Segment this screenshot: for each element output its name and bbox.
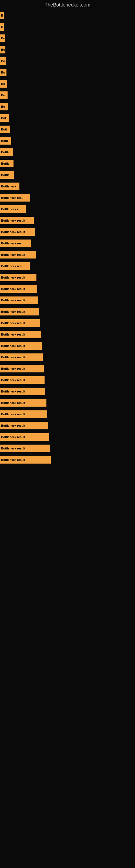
bar-label: Bottleneck result bbox=[0, 274, 37, 281]
bar-label: Bo bbox=[0, 57, 6, 65]
bar-label: Bottle bbox=[0, 148, 13, 156]
bar-label: Bottleneck result bbox=[0, 353, 43, 361]
bar-label: Bottleneck result bbox=[0, 456, 51, 464]
bar-label: Bo bbox=[0, 80, 7, 88]
bar-row: Bottleneck result bbox=[0, 444, 135, 453]
page-container: TheBottlenecker.com BBBoBoBoBoBoBoBoBotB… bbox=[0, 0, 135, 467]
bar-label: Bottleneck result bbox=[0, 319, 40, 327]
bar-row: Bot bbox=[0, 114, 135, 122]
bar-row: Bottleneck result bbox=[0, 273, 135, 282]
bar-label: Bottle bbox=[0, 160, 13, 167]
bar-label: Bottleneck result bbox=[0, 308, 39, 315]
bars-container: BBBoBoBoBoBoBoBoBotBottBottlBottleBottle… bbox=[0, 11, 135, 467]
bar-row: B bbox=[0, 23, 135, 31]
bar-row: Bottleneck result bbox=[0, 284, 135, 293]
bar-label: Bottleneck result bbox=[0, 376, 45, 384]
bar-row: Bottleneck result bbox=[0, 307, 135, 316]
bar-row: Bo bbox=[0, 34, 135, 42]
bar-label: Bottleneck result bbox=[0, 444, 50, 452]
bar-row: Bo bbox=[0, 45, 135, 54]
bar-row: Bottleneck result bbox=[0, 376, 135, 384]
bar-label: Bottleneck bbox=[0, 183, 19, 190]
bar-label: B bbox=[0, 12, 4, 19]
bar-label: Bottleneck result bbox=[0, 217, 34, 224]
bar-row: Bottleneck result bbox=[0, 330, 135, 339]
bar-label: B bbox=[0, 23, 4, 31]
bar-label: Bo bbox=[0, 69, 6, 76]
bar-label: Bottleneck result bbox=[0, 399, 46, 407]
bar-row: Bottleneck result bbox=[0, 319, 135, 328]
bar-label: Bottleneck resu bbox=[0, 194, 30, 202]
bar-row: Bottleneck resu bbox=[0, 239, 135, 248]
bar-label: Bottleneck res bbox=[0, 262, 30, 270]
bar-label: Bottleneck result bbox=[0, 285, 37, 293]
bar-label: Bottleneck result bbox=[0, 422, 48, 429]
bar-label: Bottle bbox=[0, 171, 14, 179]
bar-row: Bott bbox=[0, 125, 135, 134]
bar-row: Bottleneck result bbox=[0, 387, 135, 396]
bar-label: Bott bbox=[0, 126, 10, 133]
bar-label: Bottleneck result bbox=[0, 251, 36, 258]
bar-row: Bottleneck result bbox=[0, 364, 135, 373]
bar-label: Bottleneck result bbox=[0, 410, 47, 418]
bar-row: Bo bbox=[0, 80, 135, 88]
bar-row: Bottleneck result bbox=[0, 216, 135, 225]
bar-row: Bottle bbox=[0, 159, 135, 168]
bar-row: Bottleneck r bbox=[0, 205, 135, 214]
bar-row: Bottleneck result bbox=[0, 456, 135, 464]
bar-label: Bottleneck resu bbox=[0, 240, 31, 247]
bar-label: Bottleneck result bbox=[0, 331, 41, 338]
bar-row: Bottleneck result bbox=[0, 353, 135, 362]
bar-row: Bottleneck result bbox=[0, 341, 135, 350]
bar-row: Bottleneck result bbox=[0, 421, 135, 430]
bar-row: B bbox=[0, 11, 135, 20]
bar-row: Bottle bbox=[0, 148, 135, 156]
site-title: TheBottlenecker.com bbox=[0, 0, 135, 11]
bar-row: Bo bbox=[0, 102, 135, 111]
bar-label: Bottleneck result bbox=[0, 342, 42, 350]
bar-row: Bottleneck result bbox=[0, 227, 135, 236]
bar-label: Bo bbox=[0, 103, 8, 111]
bar-label: Bo bbox=[0, 46, 5, 54]
bar-label: Bo bbox=[0, 91, 8, 99]
bar-label: Bottleneck result bbox=[0, 297, 38, 304]
bar-row: Bottl bbox=[0, 136, 135, 145]
bar-label: Bottleneck result bbox=[0, 365, 44, 372]
bar-row: Bo bbox=[0, 91, 135, 99]
bar-label: Bottleneck result bbox=[0, 388, 45, 395]
bar-row: Bottleneck resu bbox=[0, 193, 135, 202]
bar-label: Bottleneck result bbox=[0, 433, 49, 441]
bar-row: Bottleneck bbox=[0, 182, 135, 191]
bar-row: Bottle bbox=[0, 170, 135, 179]
bar-label: Bottleneck r bbox=[0, 205, 26, 213]
bar-row: Bottleneck result bbox=[0, 399, 135, 407]
bar-label: Bottleneck result bbox=[0, 228, 35, 236]
bar-row: Bottleneck result bbox=[0, 410, 135, 418]
bar-label: Bo bbox=[0, 34, 5, 42]
bar-label: Bot bbox=[0, 114, 9, 122]
bar-row: Bottleneck result bbox=[0, 433, 135, 441]
bar-row: Bottleneck res bbox=[0, 262, 135, 271]
bar-label: Bottl bbox=[0, 137, 11, 145]
bar-row: Bottleneck result bbox=[0, 296, 135, 305]
bar-row: Bottleneck result bbox=[0, 250, 135, 259]
bar-row: Bo bbox=[0, 68, 135, 77]
bar-row: Bo bbox=[0, 57, 135, 65]
